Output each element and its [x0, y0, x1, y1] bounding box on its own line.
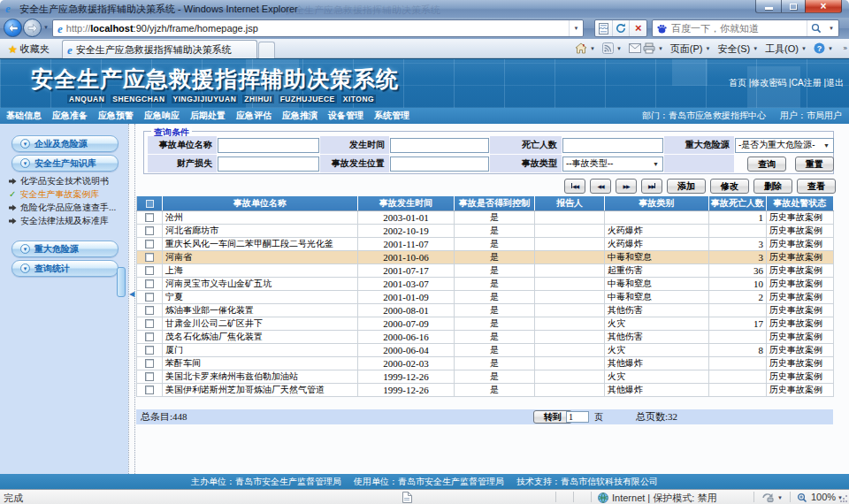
column-header[interactable]: 事故是否得到控制	[455, 196, 535, 210]
new-tab-button[interactable]	[258, 42, 275, 58]
row-checkbox[interactable]	[145, 319, 154, 328]
sidebar-item[interactable]: 化学品安全技术说明书	[9, 174, 128, 187]
search-button[interactable]	[807, 20, 825, 36]
row-checkbox[interactable]	[145, 372, 154, 381]
occur-time-input[interactable]	[390, 138, 489, 153]
deaths-input[interactable]	[562, 138, 663, 153]
header-link[interactable]: 首页	[729, 78, 746, 88]
close-button[interactable]: ×	[805, 0, 842, 13]
nav-item[interactable]: 设备管理	[328, 110, 363, 122]
help-button[interactable]: ?	[814, 42, 825, 56]
type-select[interactable]: --事故类型--▼	[562, 157, 663, 172]
splitter-collapse-icon[interactable]: ◀	[129, 290, 134, 298]
column-header[interactable]: 事故单位名称	[163, 196, 358, 210]
zoom-icon[interactable]	[797, 493, 807, 504]
forward-button[interactable]	[23, 19, 42, 37]
row-checkbox[interactable]	[145, 359, 154, 368]
row-checkbox[interactable]	[145, 279, 154, 288]
home-dropdown[interactable]: ▼	[590, 46, 595, 51]
sidebar-group-button[interactable]: ▼企业及危险源	[11, 135, 119, 152]
nav-item[interactable]: 应急响应	[144, 110, 180, 122]
refresh-button[interactable]	[613, 20, 631, 36]
overflow-chevron[interactable]: »	[844, 44, 847, 52]
header-link[interactable]: 修改密码	[751, 78, 786, 88]
table-row[interactable]: 厦门2000-06-04是火灾8历史事故案例	[137, 343, 834, 356]
nav-item[interactable]: 应急准备	[52, 110, 88, 122]
minimize-button[interactable]	[755, 0, 781, 13]
maximize-button[interactable]	[781, 0, 805, 13]
nav-item[interactable]: 应急评估	[236, 110, 272, 122]
sidebar-item[interactable]: ✓安全生产事故案例库	[9, 187, 128, 201]
header-link[interactable]: 退出	[826, 78, 844, 88]
row-checkbox[interactable]	[145, 346, 154, 355]
search-box[interactable]: 百度一下，你就知道 ▼	[652, 19, 839, 37]
last-page-button[interactable]: ▶▶	[641, 179, 662, 194]
tools-menu[interactable]: 工具(O)	[765, 42, 799, 56]
table-row[interactable]: 沧州2003-01-01是1历史事故案例	[137, 210, 834, 224]
feeds-dropdown[interactable]: ▼	[616, 46, 622, 51]
table-row[interactable]: 苯酐车间2000-02-03是其他爆炸历史事故案例	[137, 356, 834, 370]
prev-page-button[interactable]: ◀◀	[590, 179, 611, 194]
sidebar-group-button[interactable]: ▼重大危险源	[11, 241, 119, 257]
recent-pages-dropdown[interactable]: ▼	[43, 25, 49, 30]
favorites-button[interactable]: ★ 收藏夹	[4, 42, 53, 57]
column-header[interactable]: 报告人	[535, 196, 605, 210]
table-row[interactable]: 宁夏2001-01-09是中毒和窒息2历史事故案例	[137, 290, 834, 303]
back-button[interactable]	[4, 19, 22, 37]
unit-name-input[interactable]	[218, 138, 319, 153]
table-row[interactable]: 美国伊利诺斯州芝加哥炼油厂天然气管道1999-12-26是其他爆炸历史事故案例	[137, 383, 834, 396]
search-options-dropdown[interactable]: ▼	[829, 26, 834, 31]
search-button-form[interactable]: 查询	[747, 157, 786, 172]
compat-dropdown[interactable]: ▼	[777, 495, 783, 500]
hazard-select[interactable]: -是否为重大危险源-▼	[735, 138, 834, 153]
safety-menu[interactable]: 安全(S)	[717, 42, 750, 56]
header-link[interactable]: CA注册	[792, 78, 822, 88]
page-menu-dropdown[interactable]: ▼	[706, 46, 711, 51]
column-header[interactable]: 事故发生时间	[358, 196, 455, 210]
sidebar-group-button[interactable]: ▼安全生产知识库	[11, 155, 119, 172]
page-menu[interactable]: 页面(P)	[670, 42, 703, 56]
nav-item[interactable]: 系统管理	[374, 110, 409, 122]
sidebar-group-button[interactable]: ▼查询统计	[11, 260, 119, 277]
nav-item[interactable]: 应急预警	[98, 110, 134, 122]
goto-page-input[interactable]	[566, 411, 589, 423]
table-row[interactable]: 茂名石化炼油厂焦化装置2000-06-16是其他伤害历史事故案例	[137, 330, 834, 343]
column-header[interactable]: 事故死亡人数	[709, 196, 767, 210]
help-dropdown[interactable]: ▼	[828, 46, 833, 51]
table-row[interactable]: 河南省2001-10-06是中毒和窒息3历史事故案例	[137, 250, 834, 263]
row-checkbox[interactable]	[145, 253, 154, 262]
print-dropdown[interactable]: ▼	[658, 46, 663, 51]
table-row[interactable]: 上海2001-07-17是起重伤害36历史事故案例	[137, 263, 834, 277]
browser-tab[interactable]: e 安全生产应急救援指挥辅助决策系统	[62, 40, 257, 58]
reset-button[interactable]: 重置	[795, 157, 834, 172]
table-row[interactable]: 河北省廊坊市2002-10-19是火药爆炸历史事故案例	[137, 224, 834, 237]
modify-button[interactable]: 修改	[710, 179, 749, 194]
compatibility-view-button[interactable]	[595, 20, 613, 36]
safety-menu-dropdown[interactable]: ▼	[753, 46, 758, 51]
location-input[interactable]	[390, 157, 489, 172]
address-dropdown[interactable]: ▼	[569, 20, 583, 36]
column-header[interactable]: 事故类别	[605, 196, 709, 210]
first-page-button[interactable]: ◀◀	[564, 179, 585, 194]
address-field[interactable]: e http://localhost:90/yjzh/frame/homepag…	[52, 19, 584, 37]
sidebar-item[interactable]: 危险化学品应急速查手...	[9, 201, 128, 214]
delete-button[interactable]: 删除	[753, 179, 792, 194]
feeds-button[interactable]	[602, 42, 614, 56]
view-button[interactable]: 查看	[797, 179, 836, 194]
sidebar-item[interactable]: 安全法律法规及标准库	[9, 214, 128, 227]
row-checkbox[interactable]	[145, 240, 154, 248]
nav-item[interactable]: 应急推演	[282, 110, 317, 122]
table-row[interactable]: 甘肃金川公司二矿区井下2000-07-09是火灾17历史事故案例	[137, 317, 834, 330]
property-loss-input[interactable]	[218, 157, 319, 172]
select-all-checkbox[interactable]	[146, 200, 154, 208]
tools-menu-dropdown[interactable]: ▼	[801, 46, 807, 51]
row-checkbox[interactable]	[145, 386, 154, 394]
print-button[interactable]	[643, 42, 655, 56]
frame-splitter[interactable]	[128, 124, 135, 474]
next-page-button[interactable]: ▶▶	[616, 179, 637, 194]
table-row[interactable]: 美国北卡罗来纳州韦兹伯勒加油站1999-12-26是火灾历史事故案例	[137, 370, 834, 383]
row-checkbox[interactable]	[145, 213, 154, 222]
column-header[interactable]: 事故处警状态	[767, 196, 834, 210]
row-checkbox[interactable]	[145, 266, 154, 275]
sidebar-scrollbar-thumb[interactable]	[117, 267, 126, 297]
